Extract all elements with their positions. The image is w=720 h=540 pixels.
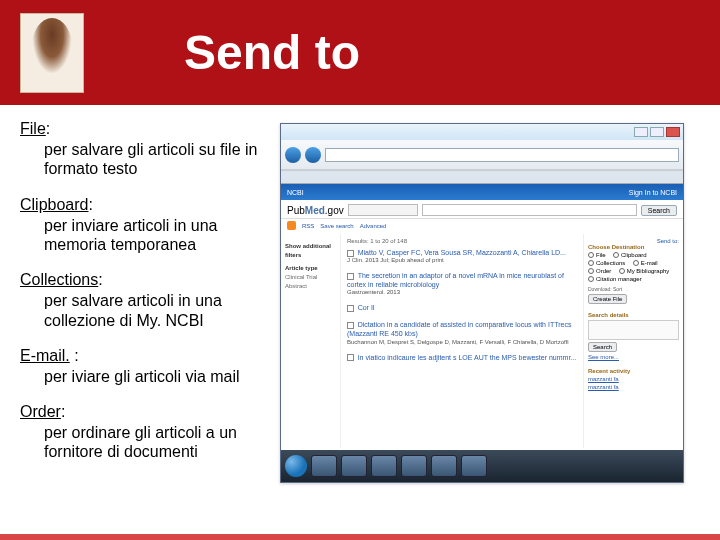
taskbar-app-icon xyxy=(311,455,337,477)
ncbi-banner: NCBI Sign In to NCBI xyxy=(281,184,683,200)
result-authors: Buchannon M, Despret S, Delgospe D, Mazz… xyxy=(347,339,577,345)
result-title: Cor II xyxy=(358,304,375,311)
filter-sidebar: Show additional filters Article type Cli… xyxy=(281,234,341,448)
search-details-box xyxy=(588,320,679,340)
item-desc: per inviare articoli in una memoria temp… xyxy=(44,216,260,254)
see-more-link: See more... xyxy=(588,354,679,360)
slide-header: Send to xyxy=(0,0,720,105)
checkbox-icon xyxy=(347,322,354,329)
radio-icon xyxy=(633,260,639,266)
radio-icon xyxy=(588,268,594,274)
search-button-small: Search xyxy=(588,342,617,352)
windows-taskbar xyxy=(281,450,683,482)
radio-icon xyxy=(588,252,594,258)
item-label: File xyxy=(20,120,46,137)
advanced-link: Advanced xyxy=(360,223,387,229)
browser-tab xyxy=(281,170,683,184)
recent-item: mazzanti fa xyxy=(588,384,679,390)
taskbar-app-icon xyxy=(461,455,487,477)
dest-option: Clipboard xyxy=(621,252,647,258)
result-item: Miatto V, Casper FC, Vera Sousa SR, Mazz… xyxy=(347,248,577,263)
results-summary: Results: 1 to 20 of 148 xyxy=(347,238,577,244)
item-desc: per ordinare gli articoli a un fornitore… xyxy=(44,423,260,461)
close-icon xyxy=(666,127,680,137)
item-collections: Collections: per salvare articoli in una… xyxy=(20,270,260,330)
radio-icon xyxy=(613,252,619,258)
start-orb-icon xyxy=(285,455,307,477)
main-area: Show additional filters Article type Cli… xyxy=(281,234,683,448)
pubmed-screenshot: NCBI Sign In to NCBI PubMed.gov Search R… xyxy=(280,123,684,483)
item-desc: per salvare articoli in una collezione d… xyxy=(44,291,260,329)
item-label: Clipboard xyxy=(20,196,88,213)
panel-heading: Choose Destination xyxy=(588,244,679,250)
checkbox-icon xyxy=(347,354,354,361)
portrait-image xyxy=(32,18,72,74)
rss-label: RSS xyxy=(302,223,314,229)
db-select xyxy=(348,204,418,216)
panel-heading: Recent activity xyxy=(588,368,679,374)
taskbar-app-icon xyxy=(431,455,457,477)
ncbi-logo: NCBI xyxy=(287,189,304,196)
slide-title: Send to xyxy=(184,25,360,80)
item-label: E-mail. xyxy=(20,347,70,364)
dest-option: Collections xyxy=(596,260,625,266)
search-input xyxy=(422,204,637,216)
footer-bar xyxy=(0,534,720,540)
item-file: File: per salvare gli articoli su file i… xyxy=(20,119,260,179)
taskbar-app-icon xyxy=(341,455,367,477)
checkbox-icon xyxy=(347,273,354,280)
result-title: The secretion in an adaptor of a novel m… xyxy=(347,272,564,288)
result-title: In viatico indicaure les adjitent s LOE … xyxy=(358,354,577,361)
maximize-icon xyxy=(650,127,664,137)
result-item: Dictation in a candidate of assisted in … xyxy=(347,320,577,344)
filter-link: Show additional filters xyxy=(285,242,336,260)
radio-icon xyxy=(619,268,625,274)
filter-option: Clinical Trial xyxy=(285,273,336,282)
window-titlebar xyxy=(281,124,683,140)
panel-heading: Search details xyxy=(588,312,679,318)
result-item: Cor II xyxy=(347,303,577,312)
minimize-icon xyxy=(634,127,648,137)
result-item: In viatico indicaure les adjitent s LOE … xyxy=(347,353,577,362)
dest-option: My Bibliography xyxy=(627,268,670,274)
radio-icon xyxy=(588,260,594,266)
results-area: Results: 1 to 20 of 148 Miatto V, Casper… xyxy=(341,234,583,448)
slide-body: File: per salvare gli articoli su file i… xyxy=(0,105,720,540)
sublinks-row: RSS Save search Advanced xyxy=(281,219,683,234)
dest-option: Order xyxy=(596,268,611,274)
dest-option: Citation manager xyxy=(596,276,642,282)
forward-icon xyxy=(305,147,321,163)
item-desc: per iviare gli articoli via mail xyxy=(44,367,260,386)
result-authors: Gastroenterol. 2013 xyxy=(347,289,577,295)
screenshot-container: NCBI Sign In to NCBI PubMed.gov Search R… xyxy=(280,119,700,530)
recent-item: mazzanti fa xyxy=(588,376,679,382)
create-file-button: Create File xyxy=(588,294,627,304)
item-label: Collections xyxy=(20,271,98,288)
item-order: Order: per ordinare gli articoli a un fo… xyxy=(20,402,260,462)
taskbar-app-icon xyxy=(371,455,397,477)
taskbar-app-icon xyxy=(401,455,427,477)
save-search-link: Save search xyxy=(320,223,353,229)
send-to-panel: Send to: Choose Destination File Clipboa… xyxy=(583,234,683,448)
result-authors: J Clin. 2013 Jul; Epub ahead of print xyxy=(347,257,577,263)
item-email: E-mail. : per iviare gli articoli via ma… xyxy=(20,346,260,386)
sign-in-link: Sign In to NCBI xyxy=(629,189,677,196)
rss-icon xyxy=(287,221,296,230)
checkbox-icon xyxy=(347,305,354,312)
item-desc: per salvare gli articoli su file in form… xyxy=(44,140,260,178)
dest-option: File xyxy=(596,252,606,258)
item-clipboard: Clipboard: per inviare articoli in una m… xyxy=(20,195,260,255)
browser-toolbar xyxy=(281,140,683,170)
search-button: Search xyxy=(641,205,677,216)
checkbox-icon xyxy=(347,250,354,257)
search-row: PubMed.gov Search xyxy=(281,200,683,219)
result-title: Dictation in a candidate of assisted in … xyxy=(347,321,571,337)
pubmed-logo: PubMed.gov xyxy=(287,205,344,216)
filter-option: Abstract xyxy=(285,282,336,291)
dest-option: E-mail xyxy=(641,260,658,266)
result-item: The secretion in an adaptor of a novel m… xyxy=(347,271,577,295)
back-icon xyxy=(285,147,301,163)
address-bar xyxy=(325,148,679,162)
result-title: Miatto V, Casper FC, Vera Sousa SR, Mazz… xyxy=(358,249,566,256)
item-label: Order xyxy=(20,403,61,420)
